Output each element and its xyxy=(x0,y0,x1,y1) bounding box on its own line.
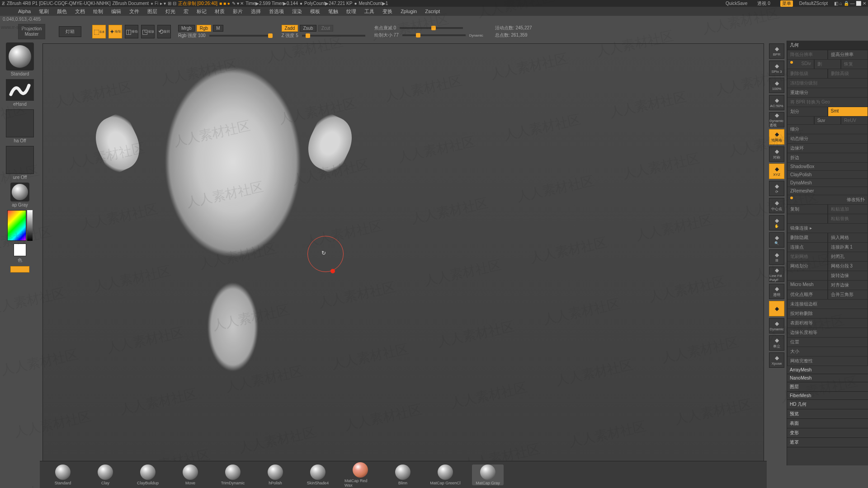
panel-item[interactable]: Suv xyxy=(814,117,841,125)
material-thumb[interactable] xyxy=(10,183,29,202)
panel-item[interactable]: 恢复 xyxy=(841,60,868,69)
menu-模板[interactable]: 模板 xyxy=(310,8,320,15)
material-TrimDynamic[interactable]: TrimDynamic xyxy=(217,465,249,485)
panel-item[interactable]: 删 xyxy=(814,60,841,69)
panel-item[interactable] xyxy=(787,214,828,224)
panel-item[interactable]: 合并三角形 xyxy=(828,290,868,300)
panel-item[interactable]: 网格分段 3 xyxy=(828,262,868,271)
panel-item[interactable] xyxy=(787,117,814,125)
panel-item[interactable]: 重建细分 xyxy=(787,88,868,98)
menu-文档[interactable]: 文档 xyxy=(75,8,85,15)
panel-item[interactable]: 笔刷网格 xyxy=(787,252,828,262)
panel-item[interactable]: 粘贴替换 xyxy=(828,214,868,224)
viewtool-zoom[interactable]: ◆🔍 xyxy=(769,232,784,248)
material-ClayBuildup[interactable]: ClayBuildup xyxy=(132,465,164,485)
panel-item[interactable]: 动态细分 xyxy=(787,134,868,144)
main-menu[interactable]: Alpha笔刷颜色文档绘制编辑文件图层灯光宏标记材质影片选择首选项渲染模板笔触纹… xyxy=(0,7,868,16)
draw-mode-icon[interactable]: ✦绘制 xyxy=(108,25,122,38)
material-Standard[interactable]: Standard xyxy=(47,465,79,485)
panel-item[interactable]: 冻结细分级别 xyxy=(787,79,868,88)
menu-颜色[interactable]: 颜色 xyxy=(57,8,67,15)
viewtool-floor[interactable]: ◆地网格 xyxy=(769,129,784,145)
draw-size[interactable]: 绘制大小 77 xyxy=(374,32,399,38)
panel-item[interactable]: 网格完整性 xyxy=(787,357,868,366)
menu-图层[interactable]: 图层 xyxy=(147,8,157,15)
viewtool-aa[interactable]: ◆AC:50% xyxy=(769,95,784,110)
menu-Alpha[interactable]: Alpha xyxy=(18,9,31,14)
panel-section[interactable]: 表面 xyxy=(787,419,868,428)
viewtool-hand[interactable]: ◆✋ xyxy=(769,215,784,230)
panel-section[interactable]: ArrayMesh xyxy=(787,366,868,374)
viewtool-lsym[interactable]: ◆对称 xyxy=(769,146,784,162)
panel-item[interactable]: 镜像连接 ▸ xyxy=(787,224,868,233)
viewtool-line[interactable]: ◆Line Fill PolyF xyxy=(769,267,784,282)
material-MatCap Red Wax[interactable]: MatCap Red Wax xyxy=(344,462,376,488)
panel-item[interactable]: DynaMesh xyxy=(787,179,868,187)
panel-section[interactable]: NanoMesh xyxy=(787,374,868,382)
menu-Zscript[interactable]: Zscript xyxy=(425,9,440,14)
quicksave-button[interactable]: QuickSave xyxy=(726,1,747,6)
viewtool-xpose[interactable]: ◆Xpose xyxy=(769,352,784,368)
panel-item[interactable]: 优化点顺序 xyxy=(787,290,828,300)
3d-viewport[interactable]: ↻ 人人素材社区人人素材社区人人素材社区人人素材社区人人素材社区人人素材社区人人… xyxy=(42,43,764,463)
panel-item[interactable]: 网格划分 xyxy=(787,262,828,271)
menu-绘制[interactable]: 绘制 xyxy=(93,8,103,15)
material-Blinn[interactable]: Blinn xyxy=(387,465,419,485)
rgb-intensity[interactable]: Rgb 强度 100 xyxy=(178,33,206,39)
color-swatch[interactable] xyxy=(14,244,26,256)
panel-item[interactable]: 封闭孔 xyxy=(828,252,868,262)
material-MatCap Gray[interactable]: MatCap Gray xyxy=(472,465,504,485)
alpha-slot[interactable] xyxy=(6,109,34,137)
menu-宏[interactable]: 宏 xyxy=(184,8,189,15)
panel-item[interactable]: 插入网格 xyxy=(828,233,868,243)
panel-item[interactable]: 降低分辨率 xyxy=(787,50,828,60)
panel-section[interactable]: HD 几何 xyxy=(787,400,868,409)
rgb-button[interactable]: Rgb xyxy=(197,25,211,32)
menu-Zplugin[interactable]: Zplugin xyxy=(401,9,417,14)
panel-section[interactable]: 图层 xyxy=(787,382,868,392)
zadd-button[interactable]: Zadd xyxy=(282,25,298,32)
viewtool-center[interactable]: ◆中心点 xyxy=(769,198,784,213)
panel-section[interactable]: 变形 xyxy=(787,428,868,438)
titlebar-controls-icon[interactable]: ◧ ⌂ 🔒 — ⬜ ✕ xyxy=(834,1,866,6)
panel-header[interactable]: 几何 xyxy=(787,41,868,50)
brush-thumb[interactable] xyxy=(6,42,34,70)
panel-item[interactable] xyxy=(787,271,828,281)
panel-item[interactable]: 修改拓扑 xyxy=(787,195,868,205)
menu-笔刷[interactable]: 笔刷 xyxy=(39,8,49,15)
menu-纹理[interactable]: 纹理 xyxy=(346,8,356,15)
panel-item[interactable]: 删除高级 xyxy=(828,69,868,79)
viewtool-xyz[interactable]: ◆XYZ xyxy=(769,164,784,179)
panel-item[interactable]: Smt xyxy=(828,107,868,117)
panel-item[interactable]: 将 BPR 转换为 Geo xyxy=(787,98,868,107)
menu-笔触[interactable]: 笔触 xyxy=(328,8,338,15)
zsub-button[interactable]: Zsub xyxy=(300,25,316,32)
panel-item[interactable]: 划分 xyxy=(787,107,828,117)
z-intensity[interactable]: Z 强度 5 xyxy=(282,33,298,39)
panel-item[interactable]: 复制 xyxy=(787,205,828,214)
material-MatCap GreenCl[interactable]: MatCap GreenCl xyxy=(429,465,461,485)
panel-item[interactable]: ReUV xyxy=(841,117,868,125)
gradient-swatch[interactable] xyxy=(10,266,29,272)
viewtool-grid[interactable]: ◆⊞ xyxy=(769,249,784,265)
panel-item[interactable]: 大小 xyxy=(787,347,868,357)
panel-item[interactable]: 连接点 xyxy=(787,243,828,252)
menu-工具[interactable]: 工具 xyxy=(364,8,374,15)
panel-item[interactable]: 提高分辨率 xyxy=(828,50,868,60)
menu-标记[interactable]: 标记 xyxy=(197,8,207,15)
panel-section[interactable]: FiberMesh xyxy=(787,392,868,400)
viewtool-persp[interactable]: ◆Dynamic 透视 xyxy=(769,112,784,127)
viewtool-transp[interactable]: ◆透明 xyxy=(769,284,784,299)
menu-首选项[interactable]: 首选项 xyxy=(269,8,284,15)
viewtool-dyn[interactable]: ◆Dynamic xyxy=(769,318,784,333)
menu-文件[interactable]: 文件 xyxy=(129,8,139,15)
panel-item[interactable]: 粘贴追加 xyxy=(828,205,868,214)
viewtool-spix[interactable]: ◆SPix 3 xyxy=(769,61,784,76)
panel-item[interactable]: 细分 xyxy=(787,125,868,134)
rotate-mode-icon[interactable]: ⟲旋转 xyxy=(157,25,171,38)
panel-item[interactable]: 边缘长度相等 xyxy=(787,328,868,338)
texture-slot[interactable] xyxy=(6,146,34,174)
viewtool-iso[interactable]: ◆单立 xyxy=(769,335,784,351)
viewtool-solo[interactable]: ◆ xyxy=(769,301,784,316)
menu-button[interactable]: 菜单 xyxy=(780,0,793,7)
